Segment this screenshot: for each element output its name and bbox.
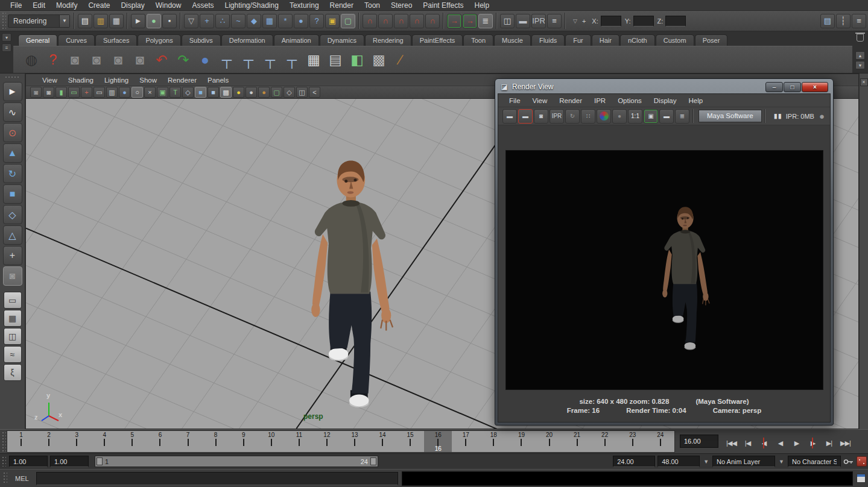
timeline-frame-cell[interactable]: 9 <box>230 431 258 452</box>
stop-render-icon[interactable]: ● <box>819 111 825 121</box>
y-coordinate-input[interactable] <box>633 16 654 27</box>
panel-menu-item[interactable]: Shading <box>63 76 99 84</box>
soft-modification-tool-icon[interactable]: △ <box>3 225 22 245</box>
menu-item[interactable]: Assets <box>186 1 219 10</box>
mask-dynamics-icon[interactable]: * <box>278 14 293 28</box>
new-scene-icon[interactable]: ▤ <box>78 14 92 28</box>
layout-four-view-icon[interactable]: ▦ <box>4 310 22 327</box>
minimize-button[interactable]: – <box>765 82 783 92</box>
render-view-menu-item[interactable]: IPR <box>588 96 612 105</box>
rgb-channels-icon[interactable]: ● <box>597 109 611 124</box>
shelf-tab[interactable]: Curves <box>58 34 95 46</box>
attribute-editor-icon[interactable]: ▤ <box>820 14 835 28</box>
shelf-tab[interactable]: Custom <box>656 34 694 46</box>
renderer-selector[interactable]: Maya Software <box>699 110 762 122</box>
refresh-ipr-icon[interactable]: ↻ <box>565 109 580 124</box>
one-to-one-icon[interactable]: 1:1 <box>628 109 642 124</box>
open-scene-icon[interactable]: ▥ <box>93 14 108 28</box>
shelf-menu-icon[interactable]: ≡ <box>2 43 11 52</box>
shelf-tab[interactable]: Fur <box>565 34 591 46</box>
script-editor-icon[interactable] <box>857 474 866 483</box>
chevron-down-icon[interactable]: ▽ <box>573 18 577 24</box>
default-light-icon[interactable]: ● <box>233 87 244 98</box>
open-render-view-icon[interactable]: ◫ <box>500 14 515 28</box>
playback-start-field[interactable] <box>50 456 89 467</box>
panel-menu-item[interactable]: Show <box>134 76 162 84</box>
timeline-frame-cell[interactable]: 11 <box>285 431 313 452</box>
render-view-menu-item[interactable]: Help <box>683 96 709 105</box>
highlight-selection-icon[interactable]: ▢ <box>341 14 355 28</box>
animation-end-field[interactable] <box>657 456 700 467</box>
timeline-frame-cell[interactable]: 18 <box>480 431 507 452</box>
construction-history-icon[interactable]: ≣ <box>478 14 493 28</box>
snap-to-view-planes-icon[interactable]: ∩ <box>425 14 440 28</box>
plugin-display-icon[interactable]: < <box>309 87 320 98</box>
menu-item[interactable]: Toon <box>359 1 385 10</box>
shelf-tab[interactable]: General <box>18 34 57 46</box>
anim-layer-field[interactable] <box>712 456 775 467</box>
camera-orbit-tool-icon[interactable]: ◙ <box>64 48 86 71</box>
film-reel-icon[interactable]: ◍ <box>21 48 42 71</box>
range-start-handle[interactable] <box>97 457 103 465</box>
rotate-tool-icon[interactable]: ↻ <box>3 164 22 183</box>
open-render-settings-icon[interactable]: ≣ <box>675 109 689 124</box>
redo-previous-render-icon[interactable]: ▬ <box>518 109 533 124</box>
universal-manipulator-icon[interactable]: ◇ <box>3 205 22 224</box>
camera-attributes-icon[interactable]: ◙ <box>43 87 54 98</box>
node-hierarchy-icon-b[interactable]: ┬ <box>238 48 259 71</box>
snap-to-grids-icon[interactable]: ∩ <box>363 14 377 28</box>
panel-menu-item[interactable]: View <box>37 76 63 84</box>
layout-persp-outliner-icon[interactable]: ◫ <box>4 328 22 345</box>
timeline-frame-cell[interactable]: 21 <box>563 431 591 452</box>
shelf-tab[interactable]: Surfaces <box>95 34 137 46</box>
animation-start-field[interactable] <box>9 456 48 467</box>
timeline-frame-cell[interactable]: 16 16 <box>424 431 452 452</box>
resolution-gate-icon[interactable]: ▥ <box>106 87 118 98</box>
timeline-frame-cell[interactable]: 20 <box>535 431 563 452</box>
render-view-menu-item[interactable]: File <box>503 96 527 105</box>
command-line-grip[interactable] <box>3 472 7 485</box>
ui-editor-icon[interactable]: ▦ <box>303 48 325 71</box>
node-hierarchy-icon-d[interactable]: ┬ <box>281 48 303 71</box>
timeline-frame-cell[interactable]: 7 <box>174 431 201 452</box>
menu-set-selector[interactable]: Rendering ▼ <box>8 14 70 28</box>
camera-zoom-tool-icon[interactable]: ◙ <box>129 48 151 71</box>
timeline-frame-cell[interactable]: 1 <box>7 431 35 452</box>
channel-box-icon[interactable]: ≡ <box>852 14 866 28</box>
render-view-menu-item[interactable]: View <box>527 96 554 105</box>
timeline-frame-cell[interactable]: 17 <box>452 431 480 452</box>
render-view-menu-item[interactable]: Options <box>612 96 648 105</box>
bookmark-icon[interactable]: ▮ <box>55 87 67 98</box>
timeline-frame-cell[interactable]: 13 <box>341 431 369 452</box>
step-back-frame-button[interactable]: |◀ <box>740 436 756 450</box>
xyz-mode-icon[interactable]: + <box>582 17 586 25</box>
snap-to-points-icon[interactable]: ∩ <box>394 14 408 28</box>
mask-all-icon[interactable]: + <box>200 14 214 28</box>
toggle-display-icon[interactable]: ▣ <box>644 109 658 124</box>
film-gate-icon[interactable]: ▭ <box>93 87 105 98</box>
timeline-frame-cell[interactable]: 12 <box>313 431 341 452</box>
lasso-select-tool-icon[interactable]: ∿ <box>3 102 22 122</box>
timeline-frame-cell[interactable]: 23 <box>619 431 647 452</box>
menu-item[interactable]: File <box>5 1 27 10</box>
toolbox-grip[interactable] <box>5 76 21 80</box>
timeline-frame-cell[interactable]: 2 <box>35 431 63 452</box>
play-forwards-button[interactable]: ▶ <box>788 436 805 450</box>
node-hierarchy-icon-c[interactable]: ┬ <box>259 48 281 71</box>
range-end-handle[interactable] <box>370 457 376 465</box>
timeline-frame-cell[interactable]: 22 <box>591 431 619 452</box>
step-back-key-button[interactable]: ◀ <box>756 436 772 450</box>
isolate-select-icon[interactable]: ▢ <box>271 87 282 98</box>
shelf-tab-switcher-icon[interactable]: ▾ <box>2 33 11 42</box>
undo-icon[interactable]: ↶ <box>151 48 173 71</box>
shelf-tab[interactable]: PaintEffects <box>412 34 463 46</box>
maximize-button[interactable]: □ <box>784 82 801 92</box>
character-set-field[interactable] <box>788 456 841 467</box>
chevron-down-icon[interactable]: ▼ <box>703 459 709 465</box>
flat-light-icon[interactable]: ● <box>246 87 257 98</box>
layout-single-persp-icon[interactable]: ▭ <box>4 292 22 309</box>
rgb-display-icon[interactable]: ▣ <box>157 87 168 98</box>
command-results[interactable] <box>402 471 853 486</box>
mask-rendering-icon[interactable]: ● <box>294 14 308 28</box>
snap-to-curves-icon[interactable]: ∩ <box>378 14 393 28</box>
